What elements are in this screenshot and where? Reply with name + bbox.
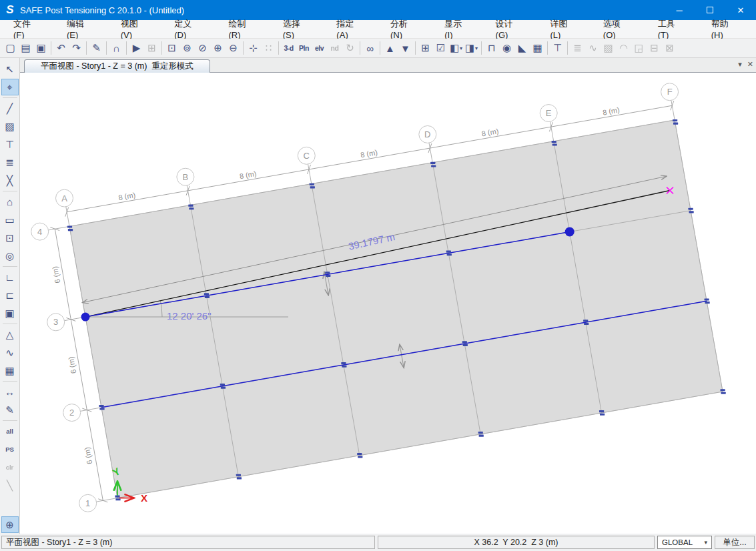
object-shrink-toggle-button[interactable]: ◧▾ xyxy=(448,41,464,55)
quick-draw-point-button[interactable]: ⊤ xyxy=(1,136,19,153)
snap-to-points-button[interactable]: ⊕ xyxy=(1,516,19,533)
select-all-button[interactable]: ☑ xyxy=(433,41,448,55)
full-zoom-button[interactable]: ⊚ xyxy=(179,41,195,55)
object-shrink-toggle-icon: ◧ xyxy=(450,42,459,54)
sidebar-separator xyxy=(3,420,17,421)
select-all-icon: ☑ xyxy=(436,42,445,54)
zoom-out-button[interactable]: ⊖ xyxy=(226,41,241,55)
quick-draw-line-button[interactable]: ▨ xyxy=(1,118,19,135)
object-visibility-icon: ∞ xyxy=(366,43,374,54)
draw-rectangle-button[interactable]: ▭ xyxy=(1,211,19,228)
quick-draw-wall-button[interactable]: ⊏ xyxy=(1,287,19,304)
draw-line-button[interactable]: ╱ xyxy=(1,100,19,117)
menu-bar: 文件(F)编辑(E)视图(V)定义(D)绘制(R)选择(S)指定(A)分析(N)… xyxy=(0,20,756,39)
plan-view-tab[interactable]: 平面视图 - Story1 - Z = 3 (m) 重定形模式 xyxy=(24,59,210,73)
sidebar-separator xyxy=(3,381,17,382)
select-arrow-button[interactable]: ↖ xyxy=(1,61,19,77)
draw-rectangle-icon: ▭ xyxy=(5,214,14,226)
rotate-view-button: ↻ xyxy=(342,41,358,55)
show-undeformed-button[interactable]: ⊤ xyxy=(550,41,565,55)
toolbar-separator xyxy=(547,41,548,55)
edit-pen-button[interactable]: ✎ xyxy=(89,41,104,55)
drawing-canvas[interactable]: 8 (m) 8 (m) 8 (m) 8 (m) 8 (m) 6 (m) 6 (m… xyxy=(20,73,756,534)
show-slab-design-button: ◲ xyxy=(631,41,647,55)
draw-rebar-button[interactable]: ▦ xyxy=(1,362,19,379)
line-assigns-button[interactable]: ◣ xyxy=(514,41,530,55)
show-loads-icon: ≣ xyxy=(573,42,582,54)
view-3d-button[interactable]: 3-d xyxy=(281,41,296,55)
deselect-lines-icon: ╲ xyxy=(7,480,13,492)
area-assigns-button[interactable]: ▦ xyxy=(530,41,545,55)
draw-wall-icon: ∟ xyxy=(5,271,15,283)
rubber-band-zoom-button[interactable]: ⊡ xyxy=(164,41,179,55)
draw-slab-slope-button[interactable]: ✎ xyxy=(1,402,19,418)
draw-ramp-button[interactable]: △ xyxy=(1,326,19,343)
object-view-options-button[interactable]: ◨▾ xyxy=(464,41,479,55)
get-previous-selection-icon: ⊞ xyxy=(421,42,430,54)
grid-label-b: B xyxy=(183,172,189,182)
undo-button[interactable]: ↶ xyxy=(53,41,69,55)
draw-tendon-icon: ∿ xyxy=(5,347,14,359)
chevron-down-icon: ▾ xyxy=(704,539,707,546)
draw-opening-button[interactable]: ▣ xyxy=(1,305,19,322)
grid-label-d: D xyxy=(424,129,430,139)
tendon-grip-node[interactable] xyxy=(565,227,575,236)
quick-draw-braces-button[interactable]: ╳ xyxy=(1,172,19,189)
draw-polygon-button[interactable]: ⌂ xyxy=(1,193,19,210)
redo-button[interactable]: ↷ xyxy=(69,41,84,55)
toolbar-separator xyxy=(481,41,482,55)
show-deformed-icon: ◠ xyxy=(619,42,628,54)
draw-frame-button[interactable]: ⊓ xyxy=(484,41,499,55)
view-plan-button[interactable]: Pln xyxy=(296,41,312,55)
sidebar-separator xyxy=(3,266,17,267)
walk-through-icon: ∷ xyxy=(266,42,272,54)
show-tendon-profile-icon: ∿ xyxy=(589,42,597,54)
tab-close-icon[interactable]: ✕ xyxy=(747,60,753,69)
view-elevation-button[interactable]: elv xyxy=(312,41,327,55)
object-visibility-button[interactable]: ∞ xyxy=(362,41,378,55)
pan-button[interactable]: ⊹ xyxy=(246,41,261,55)
draw-tendon-button[interactable]: ∿ xyxy=(1,344,19,361)
view-tab-bar: 平面视图 - Story1 - Z = 3 (m) 重定形模式 ▾ ✕ xyxy=(20,58,756,73)
grid-label-c: C xyxy=(304,151,310,161)
slab-area[interactable] xyxy=(69,120,723,498)
draw-circle-button[interactable]: ◎ xyxy=(1,247,19,264)
select-ps-button[interactable]: PS xyxy=(1,441,19,458)
tab-collapse-icon[interactable]: ▾ xyxy=(738,60,742,69)
tendon-start-node[interactable] xyxy=(81,313,90,322)
point-assigns-icon: ◉ xyxy=(502,42,511,54)
toolbar-separator xyxy=(161,41,162,55)
zoom-in-button[interactable]: ⊕ xyxy=(210,41,226,55)
get-previous-selection-button[interactable]: ⊞ xyxy=(418,41,433,55)
csys-dropdown[interactable]: GLOBAL ▾ xyxy=(657,536,712,549)
draw-wall-button[interactable]: ∟ xyxy=(1,269,19,286)
select-all-objects-icon: all xyxy=(6,428,13,435)
toolbar-separator xyxy=(106,41,107,55)
point-assigns-button[interactable]: ◉ xyxy=(499,41,514,55)
move-down-in-list-icon: ▼ xyxy=(400,43,410,54)
units-button[interactable]: 单位... xyxy=(715,536,755,549)
select-all-objects-button[interactable]: all xyxy=(1,423,19,440)
run-analysis-button[interactable]: ▶ xyxy=(129,41,144,55)
new-model-button[interactable]: ▢ xyxy=(3,41,18,55)
draw-dimension-button[interactable]: ↔ xyxy=(1,384,19,400)
move-down-in-list-button[interactable]: ▼ xyxy=(398,41,413,55)
draw-dimension-icon: ↔ xyxy=(5,386,15,398)
model-canvas[interactable]: 8 (m) 8 (m) 8 (m) 8 (m) 8 (m) 6 (m) 6 (m… xyxy=(20,73,756,534)
object-view-options-dropdown-icon[interactable]: ▾ xyxy=(475,45,478,51)
csys-value: GLOBAL xyxy=(662,538,693,546)
previous-zoom-button[interactable]: ⊘ xyxy=(195,41,210,55)
show-contours-button: ▨ xyxy=(601,41,616,55)
move-up-in-list-button[interactable]: ▲ xyxy=(382,41,398,55)
quick-draw-area-button[interactable]: ⊡ xyxy=(1,229,19,246)
open-file-button[interactable]: ▤ xyxy=(18,41,33,55)
reshape-object-button[interactable]: ⌖ xyxy=(1,79,19,95)
quick-draw-beams-button[interactable]: ≣ xyxy=(1,154,19,171)
clear-selection-button: clr xyxy=(1,459,19,476)
angle-annotation: 12 20' 26" xyxy=(167,310,212,322)
object-shrink-toggle-dropdown-icon[interactable]: ▾ xyxy=(460,45,462,51)
save-file-button[interactable]: ▣ xyxy=(33,41,49,55)
lock-model-button[interactable]: ∩ xyxy=(109,41,124,55)
run-analysis-icon: ▶ xyxy=(133,42,141,54)
dim-label-8m: 8 (m) xyxy=(118,191,136,201)
